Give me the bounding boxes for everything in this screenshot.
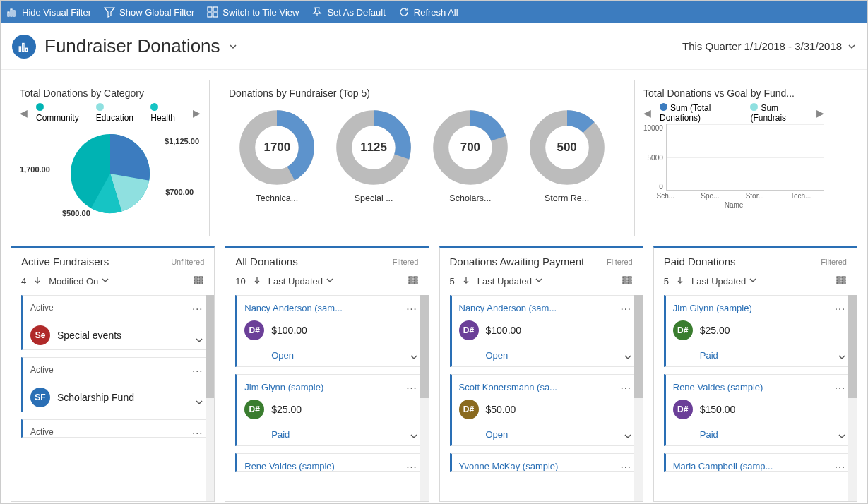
hide-visual-filter-button[interactable]: Hide Visual Filter: [6, 6, 91, 18]
pie-value-label: $500.00: [62, 209, 90, 217]
list-item[interactable]: … Yvonne McKay (sample): [450, 453, 638, 472]
svg-rect-31: [414, 280, 417, 281]
view-toggle-icon[interactable]: [622, 275, 633, 288]
sort-direction-icon[interactable]: [33, 276, 42, 287]
svg-rect-26: [194, 282, 198, 284]
refresh-all-button[interactable]: Refresh All: [398, 6, 458, 18]
scrollbar[interactable]: [634, 295, 643, 501]
date-range-label: This Quarter 1/1/2018 - 3/31/2018: [682, 40, 842, 52]
date-range-selector[interactable]: This Quarter 1/1/2018 - 3/31/2018: [682, 40, 856, 52]
sort-field[interactable]: Last Updated: [691, 276, 757, 287]
page-title: Fundraiser Donations: [44, 35, 220, 57]
item-link[interactable]: Jim Glynn (sample): [673, 303, 845, 313]
legend-next[interactable]: ▶: [193, 107, 201, 119]
legend-prev[interactable]: ◀: [20, 107, 28, 119]
set-default-button[interactable]: Set As Default: [311, 6, 385, 18]
view-toggle-icon[interactable]: [836, 275, 847, 288]
chevron-down-icon[interactable]: [410, 432, 418, 443]
item-link[interactable]: Rene Valdes (sample): [673, 382, 845, 392]
sort-direction-icon[interactable]: [676, 276, 684, 287]
item-link[interactable]: Scott Konersmann (sa...: [459, 382, 631, 392]
item-status[interactable]: Paid: [271, 429, 416, 440]
scrollbar[interactable]: [848, 295, 857, 501]
donut-item[interactable]: 500 Storm Re...: [518, 109, 615, 203]
list-item[interactable]: … Active SeSpecial events: [21, 295, 210, 350]
chevron-down-icon[interactable]: [838, 353, 846, 364]
chevron-down-icon[interactable]: [229, 42, 237, 51]
more-icon[interactable]: …: [191, 300, 203, 313]
list-item[interactable]: … Nancy Anderson (sam... D#$100.00 Open: [235, 295, 424, 367]
sort-direction-icon[interactable]: [462, 276, 470, 287]
more-icon[interactable]: …: [834, 300, 846, 313]
sort-field[interactable]: Last Updated: [477, 276, 543, 287]
more-icon[interactable]: …: [834, 458, 846, 471]
item-link[interactable]: Maria Campbell (samp...: [673, 461, 845, 472]
more-icon[interactable]: …: [406, 300, 418, 313]
item-status[interactable]: Open: [486, 429, 631, 440]
more-icon[interactable]: …: [191, 424, 203, 437]
scrollbar[interactable]: [206, 295, 214, 501]
item-status[interactable]: Open: [486, 350, 631, 361]
more-icon[interactable]: …: [406, 458, 418, 471]
item-status[interactable]: Paid: [700, 350, 845, 361]
legend-next[interactable]: ▶: [816, 107, 824, 119]
bar-chart[interactable]: [666, 124, 824, 191]
list-item[interactable]: … Rene Valdes (sample) D#$150.00 Paid: [664, 374, 852, 446]
svg-rect-29: [414, 277, 417, 278]
pie-chart[interactable]: [61, 124, 160, 223]
list-item[interactable]: … Maria Campbell (samp...: [664, 453, 852, 472]
show-global-filter-button[interactable]: Show Global Filter: [104, 6, 194, 18]
donut-value: 1700: [238, 109, 316, 186]
chevron-down-icon[interactable]: [624, 432, 632, 443]
item-link[interactable]: Jim Glynn (sample): [244, 382, 416, 392]
list-item[interactable]: … Jim Glynn (sample) D#$25.00 Paid: [235, 374, 424, 446]
item-link[interactable]: Yvonne McKay (sample): [459, 461, 631, 472]
chevron-down-icon[interactable]: [195, 336, 203, 347]
legend-item[interactable]: Sum (Fundrais: [750, 103, 808, 123]
chevron-down-icon: [848, 42, 856, 51]
sort-field[interactable]: Modified On: [49, 276, 109, 287]
more-icon[interactable]: …: [620, 379, 632, 392]
list-item[interactable]: … Rene Valdes (sample): [235, 453, 424, 472]
funnel-icon: [104, 6, 115, 18]
list-item[interactable]: … Nancy Anderson (sam... D#$100.00 Open: [450, 295, 638, 367]
more-icon[interactable]: …: [834, 379, 846, 392]
list-item[interactable]: … Active: [21, 419, 210, 438]
more-icon[interactable]: …: [620, 300, 632, 313]
list-item[interactable]: … Jim Glynn (sample) D#$25.00 Paid: [664, 295, 852, 367]
avatar-badge: SF: [30, 388, 50, 407]
donut-item[interactable]: 700 Scholars...: [422, 109, 519, 203]
more-icon[interactable]: …: [620, 458, 632, 471]
legend-item[interactable]: Education: [96, 103, 143, 123]
switch-tile-view-button[interactable]: Switch to Tile View: [207, 6, 299, 18]
sort-direction-icon[interactable]: [253, 276, 261, 287]
view-toggle-icon[interactable]: [408, 275, 419, 288]
donut-item[interactable]: 1125 Special ...: [326, 109, 422, 203]
list-title: All Donations: [235, 256, 297, 268]
more-icon[interactable]: …: [406, 379, 418, 392]
chevron-down-icon[interactable]: [195, 398, 203, 409]
donut-item[interactable]: 1700 Technica...: [229, 109, 326, 203]
item-status[interactable]: Paid: [700, 429, 845, 440]
svg-rect-2: [13, 11, 15, 16]
chevron-down-icon[interactable]: [838, 432, 846, 443]
svg-rect-28: [409, 277, 412, 278]
more-icon[interactable]: …: [191, 362, 203, 375]
list-item[interactable]: … Active SFScholarship Fund: [21, 357, 210, 412]
list-active_fundraisers: Active Fundraisers Unfiltered 4 Modified…: [11, 246, 215, 502]
item-link[interactable]: Nancy Anderson (sam...: [459, 303, 631, 313]
item-link[interactable]: Rene Valdes (sample): [244, 461, 416, 472]
legend-item[interactable]: Community: [36, 103, 88, 123]
scrollbar[interactable]: [420, 295, 429, 501]
legend-prev[interactable]: ◀: [643, 107, 651, 119]
view-toggle-icon[interactable]: [193, 275, 204, 288]
item-status[interactable]: Open: [271, 350, 416, 361]
chevron-down-icon[interactable]: [410, 353, 418, 364]
list-item[interactable]: … Scott Konersmann (sa... D#$50.00 Open: [450, 374, 638, 446]
item-link[interactable]: Nancy Anderson (sam...: [244, 303, 416, 313]
legend-item[interactable]: Sum (Total Donations): [660, 103, 742, 123]
sort-field[interactable]: Last Updated: [268, 276, 334, 287]
pie-value-label: $700.00: [165, 188, 194, 196]
legend-item[interactable]: Health: [150, 103, 184, 123]
chevron-down-icon[interactable]: [624, 353, 632, 364]
